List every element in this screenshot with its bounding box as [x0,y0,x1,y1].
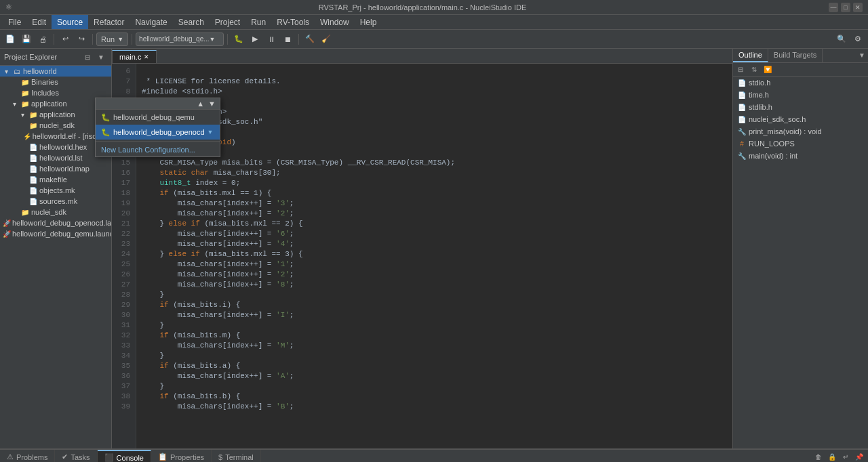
tab-build-targets[interactable]: Build Targets [768,49,823,62]
code-line-13[interactable]: void print_misa(void) [142,138,727,148]
new-button[interactable]: 📄 [3,32,18,47]
outline-item-5[interactable]: # RUN_LOOPS [733,138,868,150]
launch-scroll-down[interactable]: ▼ [207,100,217,108]
launch-item-openocd[interactable]: 🐛 helloworld_debug_openocd ▼ [96,125,220,140]
code-line-17[interactable]: uint8_t index = 0; [142,178,727,188]
code-line-19[interactable]: misa_chars[index++] = '3'; [142,198,727,209]
editor-tab-close[interactable]: ✕ [144,54,149,60]
code-line-25[interactable]: misa_chars[index++] = '1'; [142,259,727,270]
pause-button[interactable]: ⏸ [264,32,279,47]
menu-source[interactable]: Source [52,15,88,29]
code-line-9[interactable]: #include <time.h> [142,97,727,107]
tree-item-includes[interactable]: 📁 Includes [0,87,111,98]
redo-button[interactable]: ↪ [74,32,89,47]
code-line-24[interactable]: } else if (misa_bits.mxl == 3) { [142,249,727,259]
menu-help[interactable]: Help [355,15,382,29]
console-scroll-lock-btn[interactable]: 🔒 [826,451,838,463]
launch-item-qemu[interactable]: 🐛 helloworld_debug_qemu [96,110,220,125]
code-line-6[interactable] [142,66,727,77]
code-line-8[interactable]: #include <stdio.h> [142,87,727,97]
outline-menu-button[interactable]: ▼ [856,49,868,61]
tree-item-helloworld-debug-openocd-launch[interactable]: 🚀 helloworld_debug_openocd.launch [0,217,111,228]
outline-item-0[interactable]: 📄 stdio.h [733,77,868,89]
menu-window[interactable]: Window [315,15,355,29]
launch-new-config[interactable]: New Launch Configuration... [96,143,220,156]
code-line-37[interactable]: } [142,381,727,392]
code-line-21[interactable]: } else if (misa_bits.mxl == 2) { [142,219,727,229]
collapse-all-button[interactable]: ⊟ [81,51,94,63]
tree-item-helloworld-debug-qemu-launch[interactable]: 🚀 helloworld_debug_qemu.launch [0,228,111,239]
tab-outline[interactable]: Outline [733,49,768,62]
menu-rv-tools[interactable]: RV-Tools [271,15,315,29]
maximize-button[interactable]: □ [841,3,850,12]
tab-console[interactable]: ⬛ Console [98,450,151,462]
close-button[interactable]: ✕ [853,3,863,12]
debug-button[interactable]: 🐛 [231,32,246,47]
code-line-7[interactable]: * LICENSE for license details. [142,77,727,87]
code-line-23[interactable]: misa_chars[index++] = '4'; [142,239,727,249]
code-line-14[interactable]: { [142,148,727,158]
code-line-18[interactable]: if (misa_bits.mxl == 1) { [142,188,727,198]
code-line-33[interactable]: misa_chars[index++] = 'M'; [142,341,727,351]
code-line-12[interactable] [142,127,727,138]
outline-item-2[interactable]: 📄 stdlib.h [733,101,868,113]
menu-run[interactable]: Run [245,15,271,29]
stop-button[interactable]: ⏹ [280,32,295,47]
build-button[interactable]: 🔨 [302,32,317,47]
tree-item-nuclei-sdk[interactable]: 📁 nuclei_sdk [0,207,111,217]
editor-tab-mainc[interactable]: main.c ✕ [112,50,157,63]
run-button[interactable]: ▶ [248,32,262,47]
tree-item-binaries[interactable]: 📁 Binaries [0,77,111,87]
panel-menu-button[interactable]: ▼ [95,51,107,63]
outline-item-4[interactable]: 🔧 print_misa(void) : void [733,125,868,138]
code-area[interactable]: * LICENSE for license details.#include <… [136,64,732,448]
code-line-31[interactable]: } [142,320,727,331]
console-pin-btn[interactable]: 📌 [853,451,865,463]
code-line-16[interactable]: static char misa_chars[30]; [142,168,727,178]
tab-tasks[interactable]: ✔ Tasks [55,450,97,462]
code-line-29[interactable]: if (misa_bits.i) { [142,300,727,310]
settings-button[interactable]: ⚙ [850,32,865,47]
save-button[interactable]: 💾 [19,32,34,47]
tree-item-helloworld[interactable]: ▾ 🗂 helloworld [0,66,111,77]
outline-item-1[interactable]: 📄 time.h [733,89,868,101]
outline-item-6[interactable]: 🔧 main(void) : int [733,150,868,162]
outline-sort-btn[interactable]: ⇅ [748,64,760,76]
code-line-26[interactable]: misa_chars[index++] = '2'; [142,270,727,280]
code-line-11[interactable]: #include "nuclei_sdk_soc.h" [142,117,727,127]
code-line-39[interactable]: misa_chars[index++] = 'B'; [142,402,727,412]
search-button[interactable]: 🔍 [834,32,849,47]
tab-problems[interactable]: ⚠ Problems [0,450,55,462]
tree-item-helloworld-map[interactable]: 📄 helloworld.map [0,163,111,174]
menu-file[interactable]: File [3,15,26,29]
tree-item-makefile[interactable]: 📄 makefile [0,174,111,185]
code-line-32[interactable]: if (misa_bits.m) { [142,331,727,341]
code-line-30[interactable]: misa_chars[index++] = 'I'; [142,310,727,320]
run-combo[interactable]: Run ▼ [96,33,128,46]
clean-button[interactable]: 🧹 [319,32,334,47]
menu-refactor[interactable]: Refactor [88,15,130,29]
outline-filter-btn[interactable]: 🔽 [762,64,774,76]
code-line-36[interactable]: misa_chars[index++] = 'A'; [142,371,727,381]
outline-collapse-btn[interactable]: ⊟ [734,64,747,76]
undo-button[interactable]: ↩ [58,32,73,47]
print-button[interactable]: 🖨 [35,32,50,47]
menu-edit[interactable]: Edit [26,15,52,29]
tree-item-sources-mk[interactable]: 📄 sources.mk [0,196,111,207]
code-line-34[interactable]: } [142,351,727,361]
menu-project[interactable]: Project [210,15,245,29]
code-line-27[interactable]: misa_chars[index++] = '8'; [142,280,727,290]
code-line-15[interactable]: CSR_MISA_Type misa_bits = (CSR_MISA_Type… [142,158,727,168]
code-line-38[interactable]: if (misa_bits.b) { [142,392,727,402]
menu-navigate[interactable]: Navigate [130,15,172,29]
menu-search[interactable]: Search [173,15,210,29]
code-line-20[interactable]: misa_chars[index++] = '2'; [142,209,727,219]
tree-item-objects-mk[interactable]: 📄 objects.mk [0,185,111,196]
code-line-22[interactable]: misa_chars[index++] = '6'; [142,229,727,239]
console-word-wrap-btn[interactable]: ↵ [840,451,852,463]
code-line-28[interactable]: } [142,290,727,300]
console-clear-btn[interactable]: 🗑 [812,451,825,463]
outline-item-3[interactable]: 📄 nuclei_sdk_soc.h [733,113,868,125]
code-line-35[interactable]: if (misa_bits.a) { [142,361,727,371]
launch-config-dropdown[interactable]: helloworld_debug_qe... ▼ [136,33,224,46]
